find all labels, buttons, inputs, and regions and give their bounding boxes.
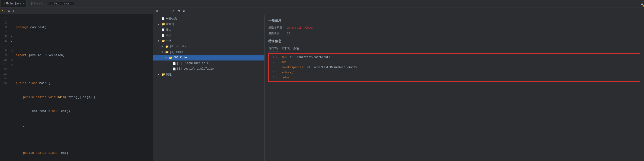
gutter: ▶ ▶ ◯ ◯ ◯ <box>9 14 14 161</box>
jclasslib-tab[interactable]: J Main.java × <box>48 2 74 5</box>
folder-icon-methods: 📂 <box>162 39 165 43</box>
line-num-7: 7 <box>0 44 8 48</box>
refresh-nav-btn[interactable]: ⟳ <box>171 9 175 14</box>
scroll-up-btn[interactable]: ∧ <box>8 8 10 13</box>
line-num-5: 5 <box>0 35 8 39</box>
code-line-9 <box>16 137 153 141</box>
tree-fields[interactable]: 📄 字段 <box>153 33 264 38</box>
tree-methods[interactable]: ▼ 📂 方法 <box>153 38 264 44</box>
tree-label-init: [0] <init> <box>170 45 186 48</box>
file-icon-lvt: 📄 <box>173 67 176 71</box>
bc-icon-5: ✕ <box>276 76 280 79</box>
jclasslib-header-area: jclasslib: J Main.java × ⚙ <box>30 2 643 6</box>
editor-tab-close[interactable]: × <box>22 2 24 5</box>
line-num-4: 4 <box>0 30 8 35</box>
general-info-title: 一般信息 <box>268 19 640 23</box>
attr-len-label: 属性长度: <box>268 31 287 35</box>
more-options-btn[interactable]: ⋮ <box>19 8 23 13</box>
line-num-14: 14 <box>0 76 8 81</box>
code-line-6: public static void main(String[] args) { <box>16 95 153 100</box>
scroll-down-btn[interactable]: ∨ <box>12 8 15 13</box>
tab-exception-table[interactable]: 异常表 <box>280 46 291 51</box>
tree-label-fields: 字段 <box>166 34 171 38</box>
bc-ref-1[interactable]: <com/test/Main$Test> <box>295 56 330 59</box>
code-line-8: } <box>16 123 153 127</box>
tree-interface[interactable]: 📄 接口 <box>153 27 264 33</box>
tree-attributes[interactable]: ▶ 📁 属性 <box>153 72 264 77</box>
bytecode-row-3: 3 invokespecial #3 <com/test/Main$Test.<… <box>270 65 639 70</box>
toolbar-divider <box>17 9 17 13</box>
file-icon-general: 📄 <box>162 17 165 20</box>
forward-nav-btn[interactable]: → <box>166 9 169 14</box>
line-num-10: 10 <box>0 58 8 62</box>
line-num-1: 1 <box>0 16 8 21</box>
chevron-init: ▶ <box>162 45 164 48</box>
code-content[interactable]: package com.test; import java.io.IOExcep… <box>14 14 153 161</box>
tab-bytecode[interactable]: 字节码 <box>268 46 278 51</box>
tree-code-node[interactable]: ▼ 📂 [0] Code <box>153 55 264 61</box>
tree-method-main[interactable]: ▼ 📂 [1] main <box>153 49 264 55</box>
gutter-8: ◯ <box>9 48 14 53</box>
editor-tab[interactable]: J Main.java × <box>1 0 27 7</box>
attr-len-num: 65 <box>287 32 290 35</box>
line-num-12: 12 <box>0 67 8 72</box>
browser-nav-btn[interactable]: ◉ <box>182 9 186 14</box>
folder-icon-main: 📂 <box>165 51 169 54</box>
jclasslib-tab-label: Main.java <box>54 2 69 5</box>
line-num-2: 2 <box>0 21 8 25</box>
folder-icon-init: 📁 <box>165 45 169 48</box>
gutter-9 <box>9 53 14 58</box>
breakpoint-11: ◯ <box>11 63 12 67</box>
tree-constant-pool[interactable]: ▶ 📁 常量池 <box>153 21 264 27</box>
attr-name-value: cp_info #18 «Code» <box>287 26 314 29</box>
bytecode-row-4: 4 astore_1 <box>270 70 639 75</box>
chevron-pool: ▶ <box>158 23 161 26</box>
attr-cp-ref[interactable]: cp_info #18 <box>287 26 301 29</box>
breakpoint-10: ◯ <box>11 58 12 62</box>
gutter-10: ◯ <box>9 58 14 62</box>
bc-linenum-5: 5 <box>271 76 274 79</box>
bc-opcode-5: return <box>281 76 291 79</box>
gutter-3 <box>9 25 14 30</box>
line-num-8: 8 <box>0 48 8 53</box>
tree-label-attrs: 属性 <box>166 73 172 77</box>
back-nav-btn[interactable]: ← <box>160 9 164 14</box>
jclasslib-tab-close[interactable]: × <box>70 2 72 5</box>
tree-line-number-table[interactable]: 📄 [0] LineNumberTable <box>153 61 264 66</box>
file-icon-fields: 📄 <box>162 34 165 37</box>
line-numbers: 1 2 3 4 5 6 7 8 9 10 11 12 13 14 15 <box>0 14 9 161</box>
code-line-5: public class Main { <box>16 81 153 86</box>
gutter-7 <box>9 44 14 48</box>
run-arrow-5: ▶ <box>11 35 12 38</box>
tree-local-var-table[interactable]: 📄 [1] LocalVariableTable <box>153 66 264 72</box>
tree-label-interface: 接口 <box>166 28 171 32</box>
bc-opcode-3: invokespecial <box>281 66 303 69</box>
warning-badge: ▲ 2 <box>2 9 6 12</box>
line-num-3: 3 <box>0 25 8 30</box>
run-arrow-6: ▶ <box>11 40 12 43</box>
gutter-11: ◯ <box>9 62 14 67</box>
bc-opcode-1: new <box>281 56 286 59</box>
attr-len-row: 属性长度: 65 <box>268 31 640 35</box>
tree-method-init[interactable]: ▶ 📁 [0] <init> <box>153 44 264 49</box>
editor-panel: ▲ 2 ∧ ∨ ⋮ 1 2 3 4 5 6 7 8 9 10 11 12 1 <box>0 8 153 161</box>
line-num-15: 15 <box>0 81 8 86</box>
java-file-icon: J <box>3 2 5 5</box>
close-nav-btn[interactable]: ✕ <box>155 9 159 14</box>
editor-toolbar: ▲ 2 ∧ ∨ ⋮ <box>0 8 153 14</box>
tab-misc[interactable]: 杂项 <box>292 46 300 51</box>
bc-ref-3[interactable]: <com/test/Main$Test.<init>: <box>312 66 359 69</box>
line-num-11: 11 <box>0 62 8 67</box>
bytecode-tabs: 字节码 异常表 杂项 <box>268 46 640 51</box>
breakpoint-8: ◯ <box>11 49 12 53</box>
gutter-12 <box>9 67 14 72</box>
code-line-2 <box>16 39 153 44</box>
bytecode-row-2: 2 dup <box>270 60 639 65</box>
tree-label-lnt: [0] LineNumberTable <box>177 62 209 65</box>
gutter-2 <box>9 21 14 25</box>
tree-general-info[interactable]: 📄 一般信息 <box>153 16 264 21</box>
export-nav-btn[interactable]: ⬒ <box>177 9 180 14</box>
gutter-4 <box>9 30 14 35</box>
file-icon-interface: 📄 <box>162 28 165 31</box>
jclasslib-file-icon: J <box>51 2 52 5</box>
